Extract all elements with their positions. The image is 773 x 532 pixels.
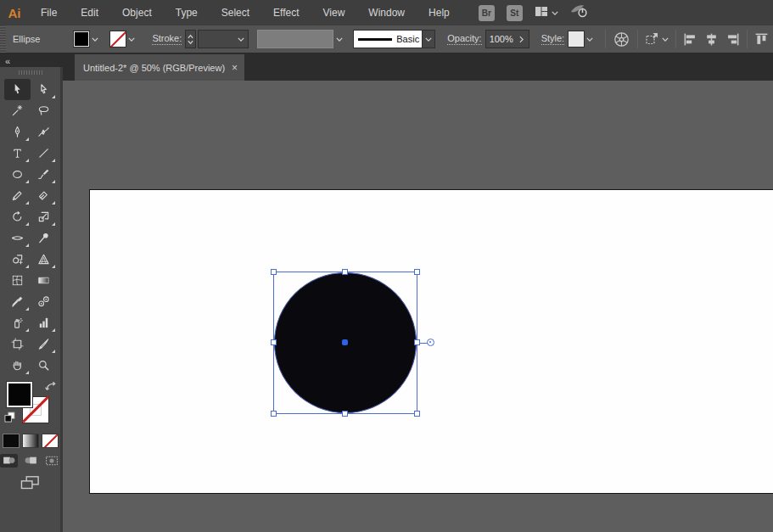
gradient-mode-button[interactable] (22, 434, 39, 448)
live-shape-widget[interactable] (427, 339, 434, 346)
fill-color-dropdown[interactable] (89, 31, 100, 47)
document-tab[interactable]: Untitled-2* @ 50% (RGB/Preview) × (75, 54, 244, 81)
lasso-tool[interactable] (31, 100, 57, 121)
handle-bottom-left[interactable] (271, 411, 277, 417)
rotate-tool[interactable] (4, 206, 31, 227)
paintbrush-tool[interactable] (31, 164, 57, 185)
color-mode-button[interactable] (3, 434, 20, 448)
style-panel-link[interactable]: Style: (541, 33, 565, 45)
opacity-panel-link[interactable]: Opacity: (447, 33, 481, 45)
symbol-sprayer-tool[interactable] (4, 312, 31, 333)
fill-color-swatch[interactable] (74, 31, 89, 47)
stock-button[interactable]: St (507, 5, 523, 21)
handle-middle-right[interactable] (414, 339, 420, 345)
selection-bounding-box (273, 272, 417, 414)
stroke-panel-link[interactable]: Stroke: (152, 33, 182, 45)
menu-effect[interactable]: Effect (261, 0, 311, 25)
artboard-tool[interactable] (4, 333, 31, 355)
brush-name: Basic (396, 34, 419, 44)
gradient-tool[interactable] (31, 270, 57, 291)
recolor-artwork-button[interactable] (613, 31, 630, 48)
puppet-warp-tool[interactable] (31, 227, 57, 249)
fill-swatch[interactable] (7, 382, 32, 407)
scale-tool[interactable] (31, 206, 57, 227)
eraser-tool[interactable] (31, 185, 57, 206)
magic-wand-tool[interactable] (4, 100, 31, 121)
separator (637, 30, 638, 48)
tool-dock: « (0, 54, 63, 532)
menu-window[interactable]: Window (356, 0, 417, 25)
tools-panel (0, 67, 63, 532)
shape-builder-tool[interactable] (4, 249, 31, 270)
width-tool[interactable] (4, 227, 31, 249)
shape-center-point[interactable] (342, 339, 348, 345)
tool-grid (0, 79, 60, 376)
gpu-performance-icon[interactable] (570, 3, 589, 22)
stroke-color-swatch[interactable] (110, 31, 126, 47)
collapse-panel-icon[interactable]: « (5, 56, 9, 66)
swap-fill-stroke-icon[interactable] (45, 380, 58, 395)
brush-definition-dropdown[interactable] (423, 30, 435, 48)
brush-definition-select[interactable]: Basic (353, 30, 423, 48)
align-right-button[interactable] (725, 32, 740, 47)
handle-top-right[interactable] (414, 269, 420, 275)
menu-object[interactable]: Object (110, 0, 164, 25)
opacity-input[interactable] (486, 34, 517, 44)
screen-mode-button[interactable] (20, 475, 41, 490)
zoom-tool[interactable] (31, 355, 57, 376)
align-top-button[interactable] (754, 32, 769, 47)
align-left-button[interactable] (683, 32, 697, 47)
hand-tool[interactable] (4, 355, 31, 376)
draw-behind-button[interactable] (21, 454, 39, 468)
stroke-weight-select[interactable] (198, 30, 249, 48)
bridge-button[interactable]: Br (479, 5, 495, 21)
canvas-area[interactable] (63, 81, 773, 532)
screen-mode-icon (20, 475, 40, 490)
handle-middle-left[interactable] (271, 339, 277, 345)
menu-type[interactable]: Type (164, 0, 210, 25)
default-fill-stroke-icon[interactable] (4, 411, 15, 426)
tab-close-icon[interactable]: × (232, 63, 238, 73)
transform-button[interactable] (645, 32, 669, 46)
handle-bottom-right[interactable] (414, 411, 420, 417)
tab-strip: Untitled-2* @ 50% (RGB/Preview) × (63, 54, 773, 81)
arrange-documents-button[interactable] (535, 5, 558, 20)
color-wheel-icon (613, 31, 630, 48)
curvature-tool[interactable] (31, 121, 57, 143)
pen-tool[interactable] (4, 121, 31, 143)
fill-stroke-indicator (0, 379, 60, 430)
menu-view[interactable]: View (311, 0, 357, 25)
column-graph-tool[interactable] (31, 312, 57, 333)
stroke-color-dropdown[interactable] (126, 31, 137, 47)
handle-top-center[interactable] (342, 269, 348, 275)
opacity-flyout-arrow[interactable] (517, 31, 527, 48)
pencil-tool[interactable] (4, 185, 31, 206)
menu-select[interactable]: Select (210, 0, 261, 25)
align-center-button[interactable] (704, 32, 719, 47)
handle-bottom-center[interactable] (342, 411, 348, 417)
blend-tool[interactable] (31, 291, 57, 312)
draw-inside-button[interactable] (42, 454, 60, 468)
style-dropdown[interactable] (584, 31, 595, 47)
handle-top-left[interactable] (271, 269, 277, 275)
line-segment-tool[interactable] (31, 143, 57, 164)
panel-grip[interactable] (0, 25, 6, 53)
panel-drag-handle[interactable] (19, 70, 42, 75)
menu-edit[interactable]: Edit (69, 0, 110, 25)
perspective-grid-tool[interactable] (31, 249, 57, 270)
style-swatch[interactable] (569, 31, 584, 47)
type-tool[interactable] (4, 143, 31, 164)
slice-tool[interactable] (31, 333, 57, 355)
menu-help[interactable]: Help (417, 0, 462, 25)
none-mode-button[interactable] (42, 434, 59, 448)
mesh-tool[interactable] (4, 270, 31, 291)
selection-tool[interactable] (4, 79, 31, 100)
stroke-weight-stepper[interactable] (185, 30, 196, 48)
brush-stroke-preview (358, 38, 392, 41)
separator (747, 30, 748, 48)
draw-normal-button[interactable] (0, 454, 18, 468)
ellipse-tool[interactable] (4, 164, 31, 185)
eyedropper-tool[interactable] (4, 291, 31, 312)
menu-file[interactable]: File (29, 0, 69, 25)
direct-selection-tool[interactable] (31, 79, 57, 100)
